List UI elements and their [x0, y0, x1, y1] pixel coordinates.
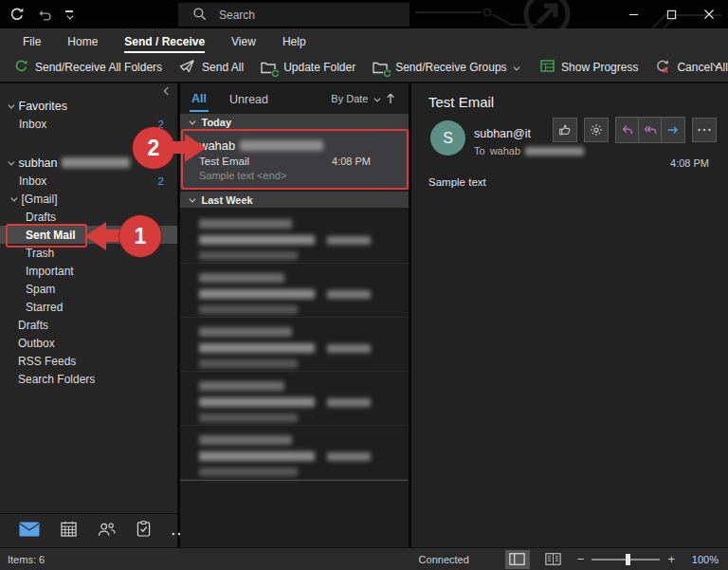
reply-all-button[interactable]: [639, 118, 662, 142]
sidebar-item-trash[interactable]: Trash: [0, 244, 177, 262]
sort-direction-icon[interactable]: [386, 93, 395, 104]
reading-view-button[interactable]: [541, 550, 566, 569]
outlook-window: Search File Home Send / Receive View Hel…: [0, 0, 728, 570]
menu-view[interactable]: View: [218, 35, 269, 53]
tab-unread[interactable]: Unread: [228, 86, 270, 111]
layout-view-icon: [509, 553, 525, 565]
quick-access-toolbar: [9, 0, 73, 28]
group-header-last-week[interactable]: Last Week: [180, 192, 409, 208]
folder-label: Important: [26, 265, 74, 278]
zoom-slider-thumb[interactable]: [626, 554, 630, 565]
folder-label: [Gmail]: [22, 193, 58, 206]
sidebar-item-search-folders[interactable]: Search Folders: [0, 370, 177, 388]
tab-all[interactable]: All: [190, 85, 209, 112]
sender-name[interactable]: subhan@it: [474, 127, 531, 140]
zoom-level[interactable]: 100%: [686, 554, 719, 565]
zoom-out-button[interactable]: −: [577, 552, 585, 566]
zoom-control: − +: [577, 552, 675, 566]
chevron-down-icon: [373, 95, 379, 101]
ribbon-toolbar: Send/Receive All Folders Send All Update…: [0, 53, 728, 83]
status-bar: Items: 6 Connected − + 100%: [0, 547, 728, 570]
sidebar-item-outbox[interactable]: Outbox: [0, 334, 177, 352]
show-progress-button[interactable]: Show Progress: [532, 55, 646, 80]
message-list-header: All Unread By Date: [180, 83, 409, 114]
close-button[interactable]: [690, 0, 728, 28]
search-icon: [192, 7, 207, 24]
sidebar-item-rss-feeds[interactable]: RSS Feeds: [0, 352, 177, 370]
zoom-slider[interactable]: [592, 559, 660, 561]
list-item[interactable]: [180, 264, 409, 318]
email-subject-title: Test Email: [428, 94, 494, 110]
list-item[interactable]: [180, 426, 409, 480]
main-area: Favorites Inbox 2 subhan Inbox 2: [0, 83, 728, 547]
sidebar-item-sent-mail[interactable]: Sent Mail: [0, 226, 177, 244]
group-label: Last Week: [202, 194, 253, 206]
tasks-module-icon[interactable]: [136, 521, 151, 541]
chevron-down-icon: [190, 196, 195, 202]
sidebar-section-account[interactable]: subhan: [0, 154, 177, 172]
menu-help[interactable]: Help: [269, 35, 319, 53]
thumbs-up-icon: [558, 123, 572, 137]
module-navigation-bar: [0, 513, 177, 547]
search-input[interactable]: Search: [178, 3, 410, 27]
people-module-icon[interactable]: [98, 522, 116, 541]
sun-icon: [590, 123, 603, 137]
minimize-button[interactable]: [614, 0, 652, 28]
email-list-item-selected[interactable]: wahab Test Email 4:08 PM Sample text <en…: [180, 130, 409, 190]
reply-button-group: [615, 117, 685, 143]
email-sender: wahab: [199, 138, 235, 153]
like-button[interactable]: [553, 118, 577, 142]
mail-module-icon[interactable]: [19, 522, 40, 541]
sidebar-item-starred[interactable]: Starred: [0, 298, 177, 316]
ellipsis-icon: [698, 128, 711, 132]
redacted-sender: [240, 140, 323, 151]
customize-quick-access-icon[interactable]: [65, 10, 73, 19]
sidebar-item-gmail-drafts[interactable]: Drafts: [0, 208, 177, 226]
send-receive-groups-button[interactable]: Send/Receive Groups: [364, 55, 526, 80]
list-item[interactable]: [180, 318, 409, 372]
more-actions-button[interactable]: [692, 118, 717, 142]
avatar[interactable]: S: [430, 120, 465, 156]
button-label: Send/Receive All Folders: [35, 61, 162, 74]
to-value: wahab: [490, 145, 520, 156]
zoom-in-button[interactable]: +: [667, 552, 675, 566]
normal-view-button[interactable]: [505, 550, 530, 569]
menu-send-receive[interactable]: Send / Receive: [111, 35, 218, 53]
sidebar-item-drafts[interactable]: Drafts: [0, 316, 177, 334]
sidebar-item-spam[interactable]: Spam: [0, 280, 177, 298]
folder-label: Sent Mail: [26, 229, 76, 242]
chevron-down-icon: [513, 64, 519, 69]
group-label: Today: [202, 117, 232, 128]
sidebar-section-gmail[interactable]: [Gmail]: [0, 190, 177, 208]
folder-label: Inbox: [19, 118, 46, 131]
folder-sync-icon: [373, 61, 389, 75]
reactions-button[interactable]: [584, 118, 609, 142]
forward-button[interactable]: [662, 118, 684, 142]
send-icon: [179, 59, 195, 76]
sidebar-item-important[interactable]: Important: [0, 262, 177, 280]
folder-label: Inbox: [19, 175, 46, 188]
sidebar-section-favorites[interactable]: Favorites: [0, 97, 177, 115]
send-all-button[interactable]: Send All: [171, 55, 252, 80]
maximize-button[interactable]: [652, 0, 690, 28]
list-item[interactable]: [180, 210, 409, 264]
folder-list: Favorites Inbox 2 subhan Inbox 2: [0, 83, 177, 513]
group-header-today[interactable]: Today: [180, 114, 409, 130]
calendar-module-icon[interactable]: [61, 521, 77, 541]
sort-by-button[interactable]: By Date: [331, 93, 378, 104]
menu-bar: File Home Send / Receive View Help: [0, 28, 728, 53]
title-bar: Search: [0, 0, 728, 28]
reply-button[interactable]: [616, 118, 639, 142]
section-label: Favorites: [19, 100, 67, 113]
send-receive-all-folders-button[interactable]: Send/Receive All Folders: [6, 55, 171, 80]
sidebar-item-inbox-favorites[interactable]: Inbox 2: [0, 115, 177, 133]
update-folder-button[interactable]: Update Folder: [252, 55, 364, 80]
forward-icon: [666, 123, 680, 137]
list-item[interactable]: [180, 372, 409, 426]
message-actions: [553, 117, 717, 143]
menu-home[interactable]: Home: [54, 35, 111, 53]
send-receive-icon[interactable]: [9, 7, 25, 22]
undo-icon[interactable]: [38, 8, 52, 22]
sidebar-item-inbox-account[interactable]: Inbox 2: [0, 172, 177, 190]
menu-file[interactable]: File: [9, 35, 54, 53]
